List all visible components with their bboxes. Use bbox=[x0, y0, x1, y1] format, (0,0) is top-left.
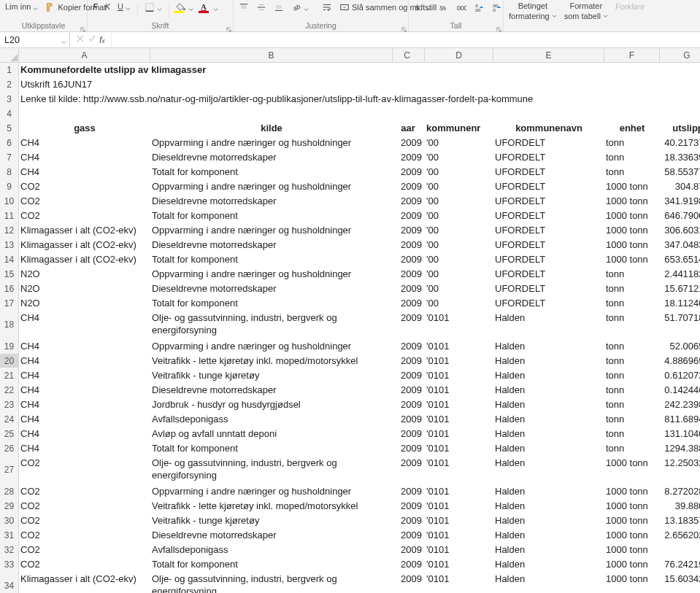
cell[interactable]: '0101 bbox=[425, 311, 493, 325]
cell[interactable]: 2009 bbox=[393, 136, 425, 150]
align-bottom-button[interactable] bbox=[272, 1, 286, 13]
row-header[interactable]: 32 bbox=[0, 543, 18, 557]
cell[interactable]: 131.104097 bbox=[660, 427, 700, 441]
cell[interactable]: 0.14244618 bbox=[660, 383, 700, 397]
cell[interactable]: 18.3363969 bbox=[660, 150, 700, 164]
decrease-decimal-button[interactable]: .00.0 bbox=[489, 1, 504, 13]
cell[interactable]: Halden bbox=[493, 456, 604, 470]
cell[interactable]: '0101 bbox=[425, 484, 493, 498]
select-all-corner[interactable] bbox=[0, 48, 19, 63]
dialog-launcher-icon[interactable] bbox=[80, 25, 85, 30]
row-header[interactable]: 14 bbox=[0, 252, 18, 267]
table-row[interactable]: N2OOppvarming i andre næringer og hushol… bbox=[19, 267, 700, 282]
cell[interactable]: Kommunefordelte utslipp av klimagasser bbox=[19, 63, 150, 77]
row-header[interactable]: 27 bbox=[0, 456, 18, 484]
row-header[interactable]: 1 bbox=[0, 63, 18, 77]
cell[interactable]: Oppvarming i andre næringer og husholdni… bbox=[150, 484, 393, 498]
dialog-launcher-icon[interactable] bbox=[401, 25, 407, 30]
table-row[interactable]: CO2Dieseldrevne motorredskaper2009'0101H… bbox=[19, 528, 700, 543]
cell[interactable]: tonn bbox=[604, 383, 660, 397]
row-header[interactable]: 6 bbox=[0, 136, 18, 150]
cell[interactable]: 2009 bbox=[393, 223, 425, 237]
cell[interactable]: Halden bbox=[493, 427, 604, 441]
cell[interactable]: 4.88696961 bbox=[660, 354, 700, 368]
col-header-A[interactable]: A bbox=[19, 48, 150, 62]
table-row[interactable]: N2OTotalt for komponent2009'00UFORDELTto… bbox=[19, 296, 700, 311]
row-headers[interactable]: 1234567891011121314151617181920212223242… bbox=[0, 63, 19, 593]
cell[interactable]: 2009 bbox=[393, 398, 425, 411]
table-row[interactable]: CH4Dieseldrevne motorredskaper2009'0101H… bbox=[19, 383, 700, 398]
cell[interactable]: CO2 bbox=[19, 194, 150, 208]
cell[interactable]: 1000 tonn bbox=[604, 543, 660, 557]
row-header[interactable]: 26 bbox=[0, 441, 18, 456]
cell[interactable]: '0101 bbox=[425, 572, 493, 586]
cell[interactable]: tonn bbox=[604, 339, 660, 353]
cell[interactable]: 347.048304 bbox=[660, 238, 700, 252]
orientation-button[interactable]: ab bbox=[289, 1, 311, 13]
cell[interactable]: UFORDELT bbox=[493, 252, 604, 266]
row-header[interactable]: 22 bbox=[0, 383, 18, 398]
cell[interactable]: CO2 bbox=[19, 179, 150, 193]
cell[interactable]: UFORDELT bbox=[493, 296, 604, 310]
cell[interactable]: Dieseldrevne motorredskaper bbox=[150, 150, 393, 164]
cell[interactable]: CH4 bbox=[19, 150, 150, 164]
table-row[interactable]: Klimagasser i alt (CO2-ekv)Dieseldrevne … bbox=[19, 238, 700, 252]
cell[interactable]: '0101 bbox=[425, 412, 493, 426]
cell[interactable]: Klimagasser i alt (CO2-ekv) bbox=[19, 572, 150, 586]
cell[interactable]: '0101 bbox=[425, 456, 493, 470]
name-box-input[interactable] bbox=[3, 34, 53, 46]
cell[interactable]: '00 bbox=[425, 150, 493, 164]
cell[interactable]: Oppvarming i andre næringer og husholdni… bbox=[150, 136, 393, 150]
cells-area[interactable]: Kommunefordelte utslipp av klimagasser U… bbox=[19, 63, 700, 593]
cell[interactable]: 1000 tonn bbox=[604, 238, 660, 252]
cell[interactable]: UFORDELT bbox=[493, 223, 604, 237]
column-header-cell[interactable]: aar bbox=[393, 121, 425, 135]
cell[interactable]: Halden bbox=[493, 339, 604, 353]
row-header[interactable]: 15 bbox=[0, 267, 18, 282]
cell[interactable]: '00 bbox=[425, 179, 493, 193]
row-header[interactable]: 21 bbox=[0, 368, 18, 383]
cell[interactable]: '0101 bbox=[425, 543, 493, 557]
cell[interactable]: Oppvarming i andre næringer og husholdni… bbox=[150, 267, 393, 281]
cell[interactable]: 2009 bbox=[393, 339, 425, 353]
row-header[interactable]: 7 bbox=[0, 150, 18, 165]
row-header[interactable]: 31 bbox=[0, 528, 18, 543]
cell[interactable]: tonn bbox=[604, 165, 660, 179]
cell[interactable]: CO2 bbox=[19, 557, 150, 571]
cell[interactable]: 341.919871 bbox=[660, 194, 700, 208]
cell[interactable]: 1000 tonn bbox=[604, 572, 660, 586]
cell[interactable]: Veitrafikk - lette kjøretøy inkl. moped/… bbox=[150, 354, 393, 368]
cell[interactable]: '00 bbox=[425, 252, 493, 266]
cell[interactable]: CO2 bbox=[19, 499, 150, 513]
cell[interactable]: Veitrafikk - lette kjøretøy inkl. moped/… bbox=[150, 499, 393, 513]
table-row[interactable]: CO2Avfallsdeponigass2009'0101Halden1000 … bbox=[19, 543, 700, 557]
table-row[interactable]: CO2Veitrafikk - tunge kjøretøy2009'0101H… bbox=[19, 513, 700, 528]
table-row[interactable]: CH4Olje- og gassutvinning, industri, ber… bbox=[19, 311, 700, 339]
cell[interactable]: Totalt for komponent bbox=[150, 441, 393, 455]
cell[interactable]: 1000 tonn bbox=[604, 484, 660, 498]
cell[interactable]: 2009 bbox=[393, 150, 425, 164]
cell[interactable]: 1000 tonn bbox=[604, 557, 660, 571]
row-header[interactable]: 10 bbox=[0, 194, 18, 209]
cell[interactable]: tonn bbox=[604, 136, 660, 150]
increase-decimal-button[interactable]: .0.00 bbox=[472, 1, 486, 13]
table-row[interactable]: CH4Veitrafikk - lette kjøretøy inkl. mop… bbox=[19, 354, 700, 368]
row-header[interactable]: 8 bbox=[0, 165, 18, 179]
cell[interactable]: Avfallsdeponigass bbox=[150, 412, 393, 426]
align-top-button[interactable] bbox=[236, 1, 251, 13]
cell[interactable]: CH4 bbox=[19, 427, 150, 441]
cell[interactable]: N2O bbox=[19, 282, 150, 295]
cell[interactable]: Halden bbox=[493, 441, 604, 455]
cell[interactable]: 653.651411 bbox=[660, 252, 700, 266]
cell[interactable]: 304.8702 bbox=[660, 179, 700, 193]
accounting-format-button[interactable]: $ bbox=[412, 1, 434, 13]
cell[interactable]: UFORDELT bbox=[493, 194, 604, 208]
cell[interactable]: Utskrift 16JUN17 bbox=[19, 77, 150, 91]
table-row[interactable]: CH4Jordbruk - husdyr og husdyrgjødsel200… bbox=[19, 398, 700, 412]
cell[interactable]: 18.1124022 bbox=[660, 296, 700, 310]
cell[interactable]: tonn bbox=[604, 267, 660, 281]
table-row[interactable]: Klimagasser i alt (CO2-ekv)Oppvarming i … bbox=[19, 223, 700, 238]
cell[interactable]: tonn bbox=[604, 311, 660, 325]
cell[interactable]: 2009 bbox=[393, 368, 425, 382]
cell[interactable]: '0101 bbox=[425, 499, 493, 513]
